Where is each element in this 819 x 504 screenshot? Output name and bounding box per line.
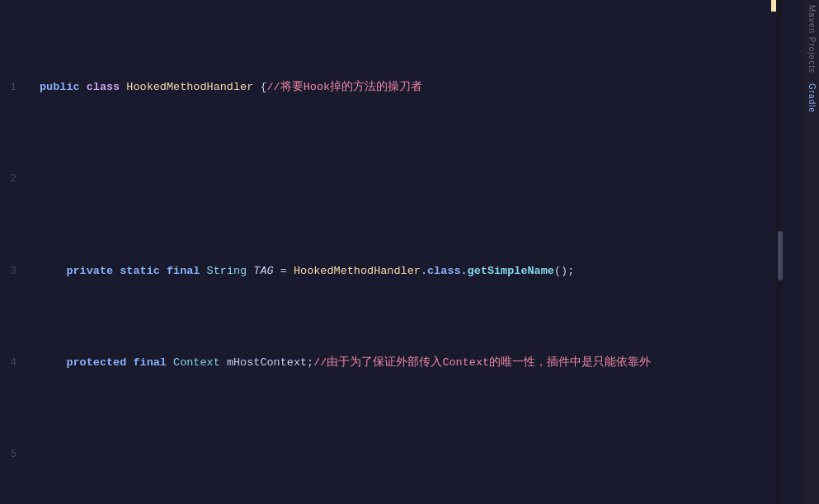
code-line: 1 public class HookedMethodHandler {//将要…	[0, 78, 801, 97]
gradle-label[interactable]: Gradle	[801, 78, 819, 118]
maven-projects-label[interactable]: Maven Projects	[801, 0, 819, 78]
code-line: 5	[0, 445, 801, 464]
code-line: 2	[0, 170, 801, 188]
scroll-indicator[interactable]	[776, 0, 783, 504]
code-line: 4 protected final Context mHostContext;/…	[0, 354, 801, 372]
code-editor: 1 public class HookedMethodHandler {//将要…	[0, 0, 801, 504]
right-panel: Maven Projects Gradle	[801, 0, 819, 504]
code-line: 3 private static final String TAG = Hook…	[0, 262, 801, 280]
scroll-thumb[interactable]	[778, 231, 783, 280]
